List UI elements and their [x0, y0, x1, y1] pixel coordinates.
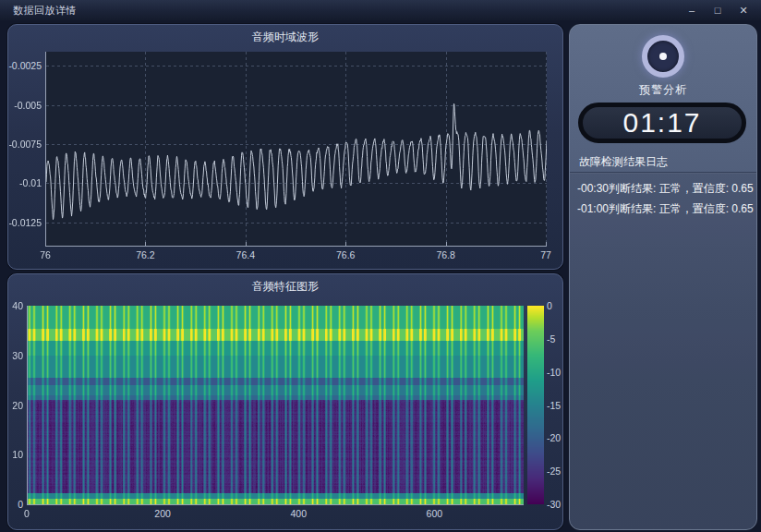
- spectrogram-chart[interactable]: [28, 306, 524, 504]
- colorbar-gradient: [527, 306, 544, 504]
- window-controls: – □ ✕: [683, 3, 761, 18]
- tick-label: 77: [535, 249, 557, 260]
- log-list: -00:30判断结果: 正常，置信度: 0.65-01:00判断结果: 正常，置…: [577, 178, 749, 219]
- waveform-panel: 音频时域波形 -0.0025-0.005-0.0075-0.01-0.0125 …: [7, 24, 563, 270]
- log-title: 故障检测结果日志: [579, 154, 668, 170]
- tick-label: -0.0125: [8, 217, 42, 228]
- tick-label: -10: [547, 367, 561, 378]
- tick-label: -0.0075: [8, 139, 42, 150]
- tick-label: 76.2: [134, 249, 156, 260]
- tick-label: 76.4: [235, 249, 257, 260]
- tick-label: 0: [547, 300, 552, 311]
- analysis-panel: 预警分析 01:17 故障检测结果日志 -00:30判断结果: 正常，置信度: …: [569, 24, 757, 530]
- tick-label: 20: [8, 400, 23, 411]
- tick-label: 76: [34, 249, 56, 260]
- tick-label: -30: [547, 499, 561, 510]
- tick-label: 76.8: [435, 249, 457, 260]
- maximize-button[interactable]: □: [709, 3, 726, 18]
- tick-label: 400: [285, 508, 311, 519]
- tick-label: 30: [8, 350, 23, 361]
- spectrogram-panel-title: 音频特征图形: [8, 279, 562, 295]
- tick-label: -0.01: [8, 177, 42, 188]
- window-titlebar: 数据回放详情 – □ ✕: [0, 0, 761, 20]
- waveform-plot-area: [45, 52, 547, 247]
- minimize-button[interactable]: –: [683, 3, 700, 18]
- timer-value: 01:17: [622, 107, 701, 139]
- tick-label: -0.0025: [8, 60, 42, 71]
- spectrogram-colorbar: [527, 306, 544, 504]
- tick-label: -0.005: [8, 100, 42, 111]
- tick-label: -20: [547, 432, 561, 443]
- tick-label: -15: [547, 400, 561, 411]
- tick-label: 10: [8, 449, 23, 460]
- timer-display: 01:17: [578, 103, 746, 143]
- tick-label: -25: [547, 466, 561, 477]
- window-title: 数据回放详情: [0, 4, 77, 18]
- tick-label: 200: [150, 508, 175, 519]
- waveform-chart[interactable]: [46, 52, 547, 246]
- close-button[interactable]: ✕: [735, 3, 752, 18]
- spectrogram-panel: 音频特征图形 010203040 0200400600 0-5-10-15-20…: [7, 273, 563, 530]
- tick-label: -5: [547, 333, 555, 345]
- waveform-panel-title: 音频时域波形: [8, 30, 562, 45]
- tick-label: 600: [421, 508, 447, 519]
- record-target-icon: [642, 35, 684, 78]
- log-entry: -01:00判断结果: 正常，置信度: 0.65: [577, 199, 749, 219]
- log-shade: [570, 173, 756, 529]
- tick-label: 76.6: [334, 249, 356, 260]
- log-entry: -00:30判断结果: 正常，置信度: 0.65: [577, 178, 749, 199]
- analysis-label: 预警分析: [570, 82, 756, 98]
- spectrogram-plot-area: [27, 306, 524, 505]
- tick-label: 40: [8, 300, 23, 311]
- tick-label: 0: [14, 508, 40, 519]
